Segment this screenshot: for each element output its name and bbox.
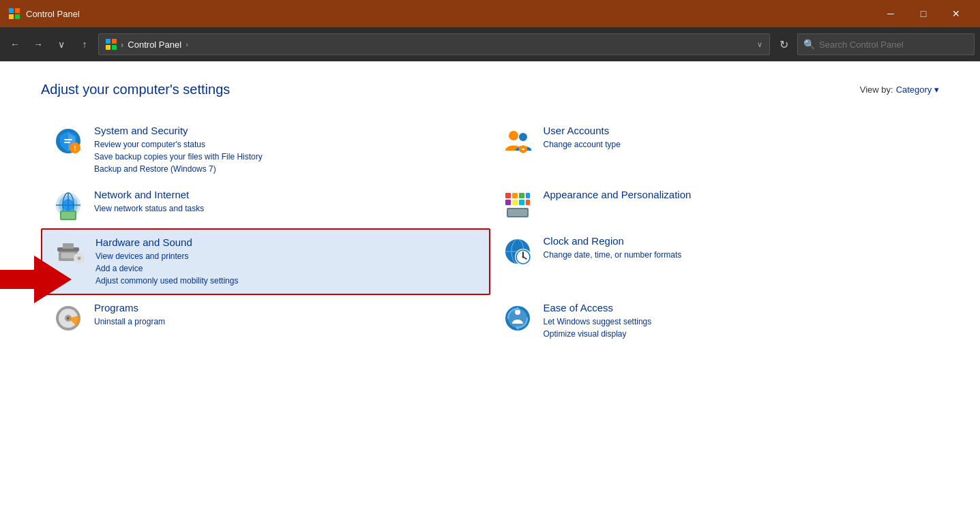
breadcrumb-label: Control Panel [128, 40, 181, 50]
appearance-title[interactable]: Appearance and Personalization [544, 189, 929, 200]
programs-link-1[interactable]: Uninstall a program [94, 316, 479, 328]
ease-of-access-link-2[interactable]: Optimize visual display [544, 328, 929, 340]
svg-point-13 [509, 131, 518, 140]
svg-rect-2 [9, 14, 14, 19]
svg-rect-6 [106, 45, 110, 50]
svg-rect-26 [519, 193, 524, 198]
system-security-icon: ! [52, 125, 85, 157]
svg-rect-31 [526, 200, 530, 205]
svg-rect-25 [512, 193, 518, 198]
svg-rect-15 [522, 149, 524, 150]
svg-rect-30 [519, 200, 524, 205]
category-system-security[interactable]: ! System and Security Review your comput… [41, 118, 490, 182]
maximize-button[interactable]: □ [908, 3, 939, 24]
search-box[interactable]: 🔍 [797, 33, 975, 55]
user-accounts-title[interactable]: User Accounts [544, 125, 929, 136]
hardware-sound-text: Hardware and Sound View devices and prin… [95, 236, 478, 287]
network-internet-link-1[interactable]: View network status and tasks [94, 202, 479, 215]
svg-rect-9 [64, 139, 72, 140]
dropdown-chevron-icon[interactable]: ∨ [757, 40, 762, 49]
up-button[interactable]: ↑ [75, 35, 94, 54]
refresh-button[interactable]: ↻ [774, 35, 793, 54]
app-title: Control Panel [26, 9, 80, 19]
ease-of-access-title[interactable]: Ease of Access [544, 302, 929, 313]
app-icon [8, 7, 20, 20]
arrow-shaft [0, 270, 34, 289]
ease-of-access-icon [501, 302, 534, 335]
search-icon: 🔍 [803, 39, 815, 50]
svg-rect-23 [61, 212, 75, 219]
svg-text:!: ! [74, 144, 76, 152]
viewby-chevron-icon: ▾ [934, 85, 939, 95]
system-security-title[interactable]: System and Security [94, 125, 479, 136]
category-ease-of-access[interactable]: Ease of Access Let Windows suggest setti… [490, 295, 940, 347]
view-by-control: View by: Category ▾ [860, 85, 939, 95]
categories-grid: ! System and Security Review your comput… [41, 118, 939, 347]
svg-rect-28 [505, 200, 511, 205]
system-security-link-3[interactable]: Backup and Restore (Windows 7) [94, 163, 479, 175]
svg-rect-33 [508, 209, 527, 216]
clock-region-text: Clock and Region Change date, time, or n… [544, 235, 929, 261]
titlebar: Control Panel ─ □ ✕ [0, 0, 980, 27]
system-security-link-1[interactable]: Review your computer's status [94, 138, 479, 151]
svg-rect-4 [106, 39, 110, 44]
svg-point-14 [519, 133, 527, 141]
hardware-sound-link-2[interactable]: Add a device [95, 262, 478, 275]
search-input[interactable] [819, 40, 968, 50]
viewby-value: Category [896, 85, 932, 95]
svg-rect-5 [112, 39, 117, 44]
user-accounts-text: User Accounts Change account type [544, 125, 929, 151]
main-content: Adjust your computer's settings View by:… [0, 61, 980, 522]
svg-point-40 [78, 258, 80, 259]
clock-region-link-1[interactable]: Change date, time, or number formats [544, 249, 929, 261]
user-accounts-link-1[interactable]: Change account type [544, 138, 929, 151]
network-internet-title[interactable]: Network and Internet [94, 189, 479, 200]
titlebar-left: Control Panel [8, 7, 80, 20]
category-programs[interactable]: Programs Uninstall a program [41, 295, 490, 347]
back-button[interactable]: ← [5, 35, 25, 54]
window-controls: ─ □ ✕ [875, 3, 972, 24]
ease-of-access-text: Ease of Access Let Windows suggest setti… [544, 302, 929, 340]
close-button[interactable]: ✕ [940, 3, 972, 24]
recent-button[interactable]: ∨ [52, 35, 71, 54]
category-hardware-sound[interactable]: Hardware and Sound View devices and prin… [41, 228, 490, 295]
address-bar-box[interactable]: › Control Panel › ∨ [98, 33, 770, 55]
viewby-dropdown[interactable]: Category ▾ [896, 85, 939, 95]
network-internet-text: Network and Internet View network status… [94, 189, 479, 215]
forward-button[interactable]: → [29, 35, 48, 54]
page-header: Adjust your computer's settings View by:… [41, 82, 939, 97]
programs-icon [52, 302, 85, 335]
category-network-internet[interactable]: Network and Internet View network status… [41, 182, 490, 228]
svg-rect-27 [526, 193, 530, 198]
svg-rect-37 [63, 243, 74, 249]
controlpanel-small-icon [106, 39, 117, 50]
svg-rect-29 [512, 200, 518, 205]
svg-rect-10 [64, 142, 70, 143]
appearance-icon [501, 189, 534, 221]
breadcrumb-separator: › [121, 40, 123, 50]
clock-region-title[interactable]: Clock and Region [544, 235, 929, 247]
svg-rect-0 [9, 8, 14, 13]
page-title: Adjust your computer's settings [41, 82, 230, 97]
user-accounts-icon [501, 125, 534, 157]
category-clock-region[interactable]: Clock and Region Change date, time, or n… [490, 228, 940, 295]
minimize-button[interactable]: ─ [875, 3, 906, 24]
programs-title[interactable]: Programs [94, 302, 479, 313]
category-user-accounts[interactable]: User Accounts Change account type [490, 118, 940, 182]
clock-region-icon [501, 235, 534, 268]
svg-rect-24 [505, 193, 511, 198]
programs-text: Programs Uninstall a program [94, 302, 479, 328]
hardware-sound-title[interactable]: Hardware and Sound [95, 236, 478, 248]
appearance-text: Appearance and Personalization [544, 189, 929, 202]
annotation-arrow [0, 256, 72, 303]
ease-of-access-link-1[interactable]: Let Windows suggest settings [544, 316, 929, 328]
category-appearance[interactable]: Appearance and Personalization [490, 182, 940, 228]
svg-point-56 [515, 309, 520, 315]
system-security-text: System and Security Review your computer… [94, 125, 479, 175]
hardware-sound-link-3[interactable]: Adjust commonly used mobility settings [95, 275, 478, 287]
system-security-link-2[interactable]: Save backup copies your files with File … [94, 151, 479, 163]
hardware-sound-link-1[interactable]: View devices and printers [95, 250, 478, 262]
addressbar: ← → ∨ ↑ › Control Panel › ∨ ↻ 🔍 [0, 27, 980, 61]
svg-rect-1 [15, 8, 20, 13]
svg-point-49 [522, 256, 524, 258]
